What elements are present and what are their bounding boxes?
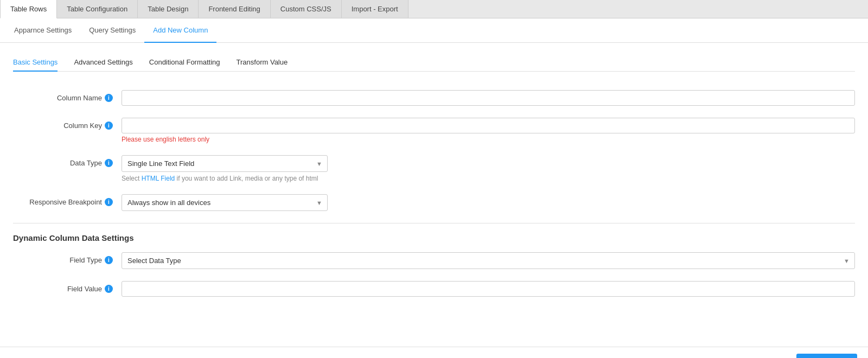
inner-tab-conditional-formatting[interactable]: Conditional Formatting <box>149 54 220 72</box>
inner-tab-advanced-settings[interactable]: Advanced Settings <box>74 54 132 72</box>
column-key-input[interactable] <box>122 118 855 133</box>
inner-tab-basic-settings[interactable]: Basic Settings <box>13 54 58 72</box>
second-tab-add-new-column[interactable]: Add New Column <box>144 18 216 43</box>
column-name-input-wrap <box>122 90 855 106</box>
data-type-hint-link[interactable]: HTML Field <box>142 175 175 182</box>
responsive-breakpoint-row: Responsive Breakpoint i Always show in a… <box>13 194 855 211</box>
column-name-input[interactable] <box>122 90 855 106</box>
column-key-info-icon[interactable]: i <box>105 122 113 130</box>
column-key-label: Column Key i <box>13 118 122 130</box>
inner-tab-bar: Basic Settings Advanced Settings Conditi… <box>13 54 855 72</box>
top-tab-frontend-editing[interactable]: Frontend Editing <box>199 0 270 18</box>
field-type-row: Field Type i Select Data Type ▼ <box>13 252 855 269</box>
top-tab-custom-css-js[interactable]: Custom CSS/JS <box>271 0 342 18</box>
field-value-input[interactable] <box>122 281 855 297</box>
column-key-error: Please use english letters only <box>122 136 855 143</box>
column-key-input-wrap: Please use english letters only <box>122 118 855 143</box>
column-name-label: Column Name i <box>13 90 122 102</box>
top-tab-import-export[interactable]: Import - Export <box>342 0 409 18</box>
responsive-breakpoint-select-wrap: Always show in all devices Hide on mobil… <box>122 194 328 211</box>
field-type-select[interactable]: Select Data Type <box>122 252 855 269</box>
second-tab-appearance-settings[interactable]: Apparnce Settings <box>5 18 80 43</box>
footer-bar: Add Column <box>0 347 868 358</box>
responsive-breakpoint-select[interactable]: Always show in all devices Hide on mobil… <box>122 194 328 211</box>
add-column-button[interactable]: Add Column <box>796 354 857 358</box>
field-value-row: Field Value i <box>13 281 855 297</box>
field-type-info-icon[interactable]: i <box>105 256 113 264</box>
data-type-row: Data Type i Single Line Text Field Multi… <box>13 155 855 182</box>
responsive-breakpoint-info-icon[interactable]: i <box>105 198 113 206</box>
column-name-row: Column Name i <box>13 90 855 106</box>
responsive-breakpoint-label: Responsive Breakpoint i <box>13 194 122 206</box>
data-type-label: Data Type i <box>13 155 122 167</box>
column-key-row: Column Key i Please use english letters … <box>13 118 855 143</box>
responsive-breakpoint-control-wrap: Always show in all devices Hide on mobil… <box>122 194 855 211</box>
field-type-control-wrap: Select Data Type ▼ <box>122 252 855 269</box>
top-tab-table-design[interactable]: Table Design <box>138 0 199 18</box>
second-tab-query-settings[interactable]: Query Settings <box>80 18 144 43</box>
dynamic-section-heading: Dynamic Column Data Settings <box>13 233 855 242</box>
data-type-select-wrap: Single Line Text Field Multi Line Text F… <box>122 155 328 172</box>
column-name-info-icon[interactable]: i <box>105 94 113 102</box>
data-type-info-icon[interactable]: i <box>105 159 113 167</box>
second-tab-bar: Apparnce Settings Query Settings Add New… <box>0 18 868 43</box>
top-tab-bar: Table Rows Table Configuration Table Des… <box>0 0 868 18</box>
data-type-select[interactable]: Single Line Text Field Multi Line Text F… <box>122 155 328 172</box>
data-type-control-wrap: Single Line Text Field Multi Line Text F… <box>122 155 855 182</box>
field-type-select-wrap: Select Data Type ▼ <box>122 252 855 269</box>
main-content: Basic Settings Advanced Settings Conditi… <box>0 43 868 347</box>
top-tab-table-configuration[interactable]: Table Configuration <box>57 0 138 18</box>
basic-settings-form: Column Name i Column Key i Please use en… <box>13 85 855 314</box>
field-type-label: Field Type i <box>13 252 122 264</box>
data-type-hint: Select HTML Field if you want to add Lin… <box>122 175 855 182</box>
field-value-info-icon[interactable]: i <box>105 285 113 293</box>
field-value-control-wrap <box>122 281 855 297</box>
top-tab-table-rows[interactable]: Table Rows <box>0 0 57 18</box>
dynamic-section-divider <box>13 223 855 223</box>
inner-tab-transform-value[interactable]: Transform Value <box>237 54 288 72</box>
field-value-label: Field Value i <box>13 281 122 293</box>
